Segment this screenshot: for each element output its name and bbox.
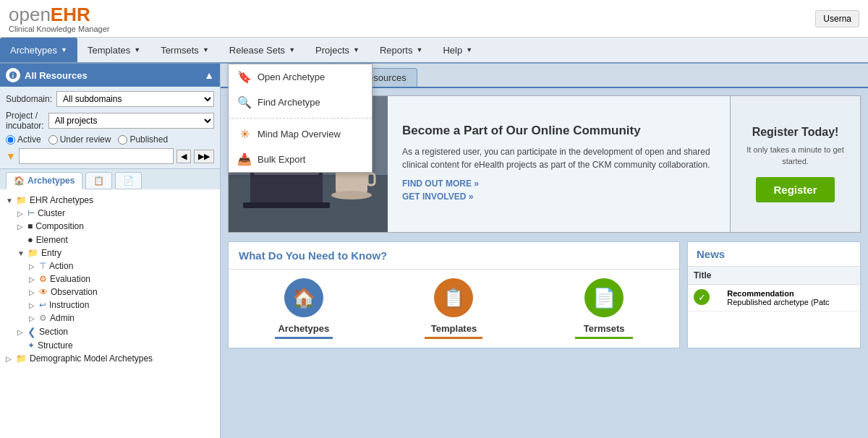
folder-icon-ehr: 📁: [16, 195, 27, 205]
expand-ehr: ▼: [6, 197, 16, 205]
svg-point-13: [331, 191, 372, 199]
dropdown-find-archetype[interactable]: 🔍 Find Archetype: [229, 90, 372, 115]
project-select[interactable]: All projects: [48, 113, 214, 129]
news-panel: News Title ✓: [687, 241, 861, 348]
tree-item-ehr-archetypes[interactable]: ▼ 📁 EHR Archetypes: [3, 194, 217, 207]
folder-icon-entry: 📁: [27, 248, 38, 258]
logo-container: openEHR Clinical Knowledge Manager: [9, 4, 109, 33]
archetypes-tab[interactable]: 🏠 Archetypes: [6, 172, 82, 189]
news-table: Title ✓ Recommendation Republished arch: [688, 267, 860, 312]
tree-item-structure[interactable]: ✦ Structure: [14, 339, 217, 352]
tree-root: ▼ 📁 EHR Archetypes ▷ ⊢ Cluster ▷ ■ Compo…: [3, 194, 217, 365]
news-item-title-1: Recommendation: [727, 289, 793, 298]
tree-item-cluster[interactable]: ▷ ⊢ Cluster: [14, 207, 217, 220]
dropdown-bulk-export[interactable]: 📥 Bulk Export: [229, 147, 372, 172]
tree-item-entry[interactable]: ▼ 📁 Entry: [14, 246, 217, 259]
news-item-subtitle-1: Republished archetype (Patc: [727, 298, 829, 306]
header: openEHR Clinical Knowledge Manager Usern…: [0, 0, 868, 38]
dropdown-open-archetype[interactable]: 🔖 Open Archetype: [229, 64, 372, 90]
filter-prev-button[interactable]: ◀: [176, 150, 191, 163]
radio-published[interactable]: Published: [118, 134, 168, 145]
sidebar-tabs: 🏠 Archetypes 📋 📄: [0, 169, 220, 189]
radio-under-review[interactable]: Under review: [48, 134, 111, 145]
logo-open: open: [9, 4, 51, 25]
tree-item-composition[interactable]: ▷ ■ Composition: [14, 220, 217, 233]
evaluation-icon: ⚙: [39, 274, 47, 284]
tree-label-entry: Entry: [41, 248, 61, 258]
nav-item-templates[interactable]: Templates ▼: [77, 38, 150, 62]
caret-termsets: ▼: [203, 46, 209, 53]
tree-item-element[interactable]: ● Element: [14, 233, 217, 246]
grid-tab-icon: 📄: [123, 176, 134, 186]
logo: openEHR: [9, 4, 109, 26]
nav-label-archetypes: Archetypes: [10, 45, 57, 56]
filter-input[interactable]: [19, 148, 174, 164]
dropdown-find-archetype-label: Find Archetype: [258, 97, 320, 108]
news-content-1: Recommendation Republished archetype (Pa…: [721, 285, 860, 312]
know-circle-templates: 📋: [434, 278, 473, 317]
find-archetype-icon: 🔍: [237, 95, 252, 109]
filter-icon: ▼: [6, 150, 16, 162]
filter-next-button[interactable]: ▶▶: [194, 150, 214, 163]
open-archetype-icon: 🔖: [237, 70, 252, 84]
folder-icon-demographic: 📁: [16, 353, 27, 364]
tree-item-instruction[interactable]: ▷ ↩ Instruction: [26, 299, 217, 312]
sidebar-collapse-icon[interactable]: ▲: [204, 69, 214, 81]
tree-item-action[interactable]: ▷ ⊤ Action: [26, 259, 217, 272]
tree-item-observation[interactable]: ▷ 👁 Observation: [26, 285, 217, 299]
sidebar-title: All Resources: [25, 70, 88, 81]
username-button[interactable]: Userna: [815, 10, 859, 27]
dropdown-bulk-export-label: Bulk Export: [258, 154, 305, 165]
tree-item-section[interactable]: ▷ ❮ Section: [14, 325, 217, 339]
list-tab[interactable]: 📋: [85, 172, 112, 189]
sidebar-header-icon: i: [6, 68, 20, 82]
dropdown-open-archetype-label: Open Archetype: [258, 72, 325, 82]
tree-label-cluster: Cluster: [38, 208, 65, 218]
caret-release-sets: ▼: [289, 46, 295, 53]
news-row-1[interactable]: ✓ Recommendation Republished archetype (…: [688, 285, 860, 312]
know-circle-termsets: 📄: [584, 278, 624, 317]
grid-tab[interactable]: 📄: [115, 172, 142, 189]
know-label-archetypes: Archetypes: [278, 323, 329, 334]
tree-label-demographic: Demographic Model Archetypes: [30, 353, 153, 364]
tree-area: ▼ 📁 EHR Archetypes ▷ ⊢ Cluster ▷ ■ Compo…: [0, 189, 220, 438]
know-item-archetypes[interactable]: 🏠 Archetypes: [275, 278, 333, 339]
register-button[interactable]: Register: [756, 177, 834, 202]
tree-item-admin[interactable]: ▷ ⚙ Admin: [26, 312, 217, 325]
cluster-icon: ⊢: [27, 208, 35, 218]
tree-label-action: Action: [49, 261, 73, 271]
ehr-children: ▷ ⊢ Cluster ▷ ■ Composition ● Element: [3, 207, 217, 352]
radio-active[interactable]: Active: [6, 134, 41, 145]
dropdown-mind-map-label: Mind Map Overview: [258, 129, 341, 139]
nav-item-termsets[interactable]: Termsets ▼: [150, 38, 219, 62]
nav-item-projects[interactable]: Projects ▼: [305, 38, 370, 62]
tree-label-admin: Admin: [50, 313, 75, 323]
know-panel: What Do You Need to Know? 🏠 Archetypes 📋…: [228, 241, 680, 348]
know-circle-archetypes: 🏠: [284, 278, 323, 317]
tree-item-demographic[interactable]: ▷ 📁 Demographic Model Archetypes: [3, 352, 217, 365]
nav-item-release-sets[interactable]: Release Sets ▼: [219, 38, 305, 62]
tree-item-evaluation[interactable]: ▷ ⚙ Evaluation: [26, 272, 217, 285]
sidebar-controls: Subdomain: All subdomains Project / incu…: [0, 87, 220, 169]
nav-label-projects: Projects: [315, 45, 349, 56]
expand-composition: ▷: [17, 223, 27, 231]
action-icon: ⊤: [39, 261, 46, 271]
know-label-templates: Templates: [431, 323, 477, 334]
hero-link2[interactable]: GET INVOLVED »: [402, 192, 715, 202]
know-item-templates[interactable]: 📋 Templates: [425, 278, 482, 339]
mind-map-icon: ✳: [237, 127, 252, 141]
know-item-termsets[interactable]: 📄 Termsets: [575, 278, 633, 339]
project-label: Project / incubator:: [6, 111, 44, 131]
archetypes-tab-icon: 🏠: [14, 176, 25, 186]
hero-link1[interactable]: FIND OUT MORE »: [402, 179, 715, 189]
tree-label-composition: Composition: [35, 221, 84, 231]
nav-item-archetypes[interactable]: Archetypes ▼: [0, 38, 77, 62]
nav-item-help[interactable]: Help ▼: [433, 38, 482, 62]
subdomain-select[interactable]: All subdomains: [56, 91, 214, 107]
news-badge-icon-1: ✓: [694, 289, 710, 305]
nav-item-reports[interactable]: Reports ▼: [370, 38, 433, 62]
dropdown-mind-map[interactable]: ✳ Mind Map Overview: [229, 121, 372, 147]
hero-register: Register Today! It only takes a minute t…: [730, 96, 860, 232]
nav-label-release-sets: Release Sets: [229, 45, 285, 56]
navbar: Archetypes ▼ Templates ▼ Termsets ▼ Rele…: [0, 38, 868, 64]
